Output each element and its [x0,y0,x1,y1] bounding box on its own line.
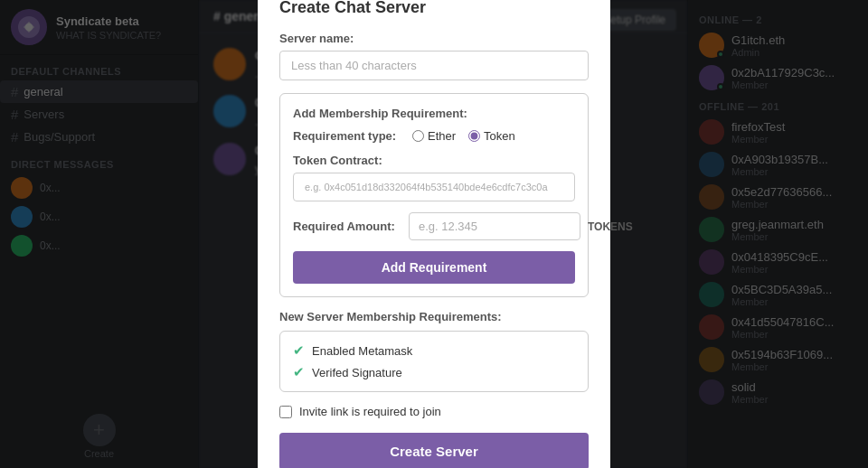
modal-title: Create Chat Server [279,0,589,17]
ether-radio-option[interactable]: Ether [412,129,456,143]
token-label: Token [484,129,515,143]
server-name-input[interactable] [279,51,589,80]
ether-radio[interactable] [412,130,424,142]
req-text-metamask: Enabled Metamask [312,344,412,358]
invite-checkbox[interactable] [279,406,292,418]
create-chat-server-modal: Create Chat Server Server name: Add Memb… [258,0,610,468]
required-amount-input[interactable] [409,212,580,240]
add-requirement-button[interactable]: Add Requirement [293,251,575,284]
req-item-signature: ✔ Verifed Signature [293,364,575,380]
ether-label: Ether [428,129,456,143]
requirement-type-row: Requirement type: Ether Token [293,129,575,143]
tokens-unit: TOKENS [588,220,633,233]
token-radio-option[interactable]: Token [468,129,515,143]
amount-row: Required Amount: TOKENS [293,212,575,240]
check-icon-metamask: ✔ [293,342,305,359]
radio-group: Ether Token [412,129,515,143]
req-item-metamask: ✔ Enabled Metamask [293,342,575,359]
check-icon-signature: ✔ [293,364,305,380]
new-server-label: New Server Membership Requirements: [279,310,589,323]
membership-box: Add Membership Requirement: Requirement … [279,93,589,297]
req-text-signature: Verifed Signature [312,366,402,379]
token-contract-input[interactable] [293,173,575,201]
req-type-label: Requirement type: [293,129,401,143]
invite-row: Invite link is required to join [279,405,589,418]
modal-overlay: Create Chat Server Server name: Add Memb… [0,0,868,468]
server-name-label: Server name: [279,32,589,45]
create-server-button[interactable]: Create Server [279,433,589,468]
invite-label: Invite link is required to join [299,405,441,418]
token-radio[interactable] [468,130,480,142]
required-amount-label: Required Amount: [293,220,401,233]
requirements-box: ✔ Enabled Metamask ✔ Verifed Signature [279,331,589,392]
membership-label: Add Membership Requirement: [293,107,575,120]
token-contract-label: Token Contract: [293,154,575,167]
